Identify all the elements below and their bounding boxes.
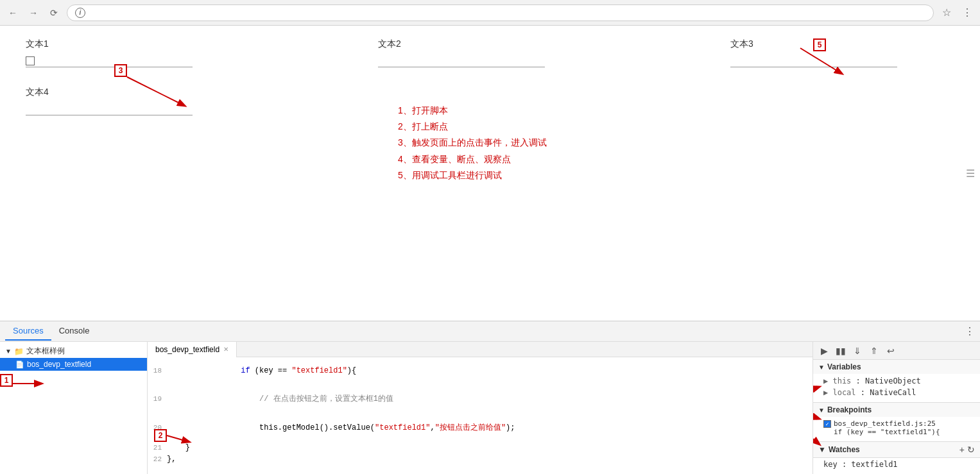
back-button[interactable]: ←	[5, 5, 21, 21]
annotation-1: 1	[0, 374, 13, 387]
close-tab-icon[interactable]: ✕	[223, 346, 228, 353]
instructions: 1、打开脚本 2、打上断点 3、触发页面上的点击事件，进入调试 4、查看变量、断…	[398, 103, 547, 183]
code-line-20: 20 this.getModel().setValue("textfield1"…	[148, 413, 812, 442]
file-icon: 📄	[15, 360, 24, 369]
folder-icon: 📁	[14, 347, 24, 356]
code-content: 18 if (key == "textfield1"){ 19 // 在点击按钮…	[148, 357, 812, 474]
code-tab-bar: bos_devp_textfield ✕	[148, 342, 812, 357]
variables-toggle: ▼	[818, 364, 825, 371]
pause-button[interactable]: ▮▮	[834, 344, 848, 358]
breakpoint-checkbox[interactable]: ✓	[823, 420, 831, 428]
variables-section: ▼ Variables ▶ this : NativeObject ▶ loca…	[813, 360, 980, 403]
devtools-body: 1 ▼ 📁 文本框样例 📄 bos_devp_textfield	[0, 342, 980, 474]
code-tab-textfield[interactable]: bos_devp_textfield ✕	[148, 342, 237, 357]
folder-arrow: ▼	[5, 348, 12, 355]
annotation-3: 3	[114, 64, 127, 77]
input-1-checkbox[interactable]	[26, 56, 35, 65]
file-tree: 1 ▼ 📁 文本框样例 📄 bos_devp_textfield	[0, 342, 148, 474]
form-group-3: 文本3	[730, 38, 954, 67]
devtools-panel: Sources Console ⋮ 1 ▼ 📁 文本框样例	[0, 321, 980, 474]
file-item[interactable]: 📄 bos_devp_textfield	[0, 358, 147, 371]
file-label: bos_devp_textfield	[27, 360, 91, 369]
breakpoints-body: ✓ bos_devp_textfield.js:25 if (key == "t…	[813, 417, 980, 441]
code-line-23: 23 click : function(e) {	[148, 465, 812, 474]
watches-actions: + ↻	[959, 444, 975, 455]
step-into-button[interactable]: ⇑	[867, 344, 881, 358]
debug-panel: 4	[813, 342, 980, 474]
page-content: 3 文本1 文本2 文本3	[0, 26, 980, 321]
form-group-1: 文本1	[26, 38, 250, 67]
code-line-18: 18 if (key == "textfield1"){	[148, 357, 812, 384]
breakpoints-toggle: ▼	[818, 407, 825, 414]
scroll-indicator: ☰	[966, 167, 975, 180]
browser-chrome: ← → ⟳ i ☆ ⋮	[0, 0, 980, 26]
breakpoint-item[interactable]: ✓ bos_devp_textfield.js:25 if (key == "t…	[823, 418, 975, 437]
label-3: 文本3	[730, 38, 954, 50]
menu-button[interactable]: ⋮	[959, 5, 975, 21]
step-over-button[interactable]: ⇓	[850, 344, 864, 358]
info-icon: i	[75, 8, 85, 18]
variables-body: ▶ this : NativeObject ▶ local : NativeCa…	[813, 374, 980, 402]
code-line-19: 19 // 在点击按钮之前，设置文本框1的值	[148, 384, 812, 413]
folder-label: 文本框样例	[26, 346, 65, 357]
annotation-5: 5	[813, 38, 826, 51]
address-bar[interactable]: i	[67, 4, 934, 21]
breakpoints-header[interactable]: ▼ Breakpoints	[813, 403, 980, 417]
variable-local[interactable]: ▶ local : NativeCall	[823, 387, 975, 398]
label-2: 文本2	[378, 38, 602, 50]
annotation-2: 2	[154, 429, 167, 442]
variable-this[interactable]: ▶ this : NativeObject	[823, 375, 975, 387]
refresh-button[interactable]: ⟳	[46, 5, 62, 21]
bookmark-button[interactable]: ☆	[939, 5, 954, 21]
label-1: 文本1	[26, 38, 250, 50]
step-out-button[interactable]: ↩	[884, 344, 898, 358]
code-line-22: 22 },	[148, 453, 812, 465]
tab-console[interactable]: Console	[51, 322, 98, 341]
form-group-2: 文本2	[378, 38, 602, 67]
devtools-tabs: Sources Console ⋮	[0, 321, 980, 342]
variables-header[interactable]: ▼ Variables	[813, 360, 980, 374]
breakpoint-info: bos_devp_textfield.js:25 if (key == "tex…	[834, 419, 940, 436]
devtools-more-button[interactable]: ⋮	[965, 325, 975, 337]
watches-toggle-arrow: ▼	[818, 445, 826, 454]
tab-sources[interactable]: Sources	[5, 322, 51, 341]
watches-title: ▼ Watches	[818, 445, 860, 454]
watches-header: ▼ Watches + ↻	[813, 442, 980, 458]
breakpoints-section: ▼ Breakpoints ✓ bos_devp_textfield.js:25…	[813, 403, 980, 442]
resume-button[interactable]: ▶	[817, 344, 831, 358]
forward-button[interactable]: →	[26, 5, 41, 21]
add-watch-button[interactable]: +	[959, 444, 965, 455]
code-panel: 2 bos_devp_textfield ✕	[148, 342, 813, 474]
folder-item[interactable]: ▼ 📁 文本框样例	[0, 344, 147, 358]
refresh-watch-button[interactable]: ↻	[967, 444, 975, 455]
label-4: 文本4	[26, 87, 954, 98]
watch-item-key[interactable]: key : textfield1	[813, 458, 980, 471]
debug-toolbar: ▶ ▮▮ ⇓ ⇑ ↩	[813, 342, 980, 360]
code-line-21: 21 }	[148, 442, 812, 453]
